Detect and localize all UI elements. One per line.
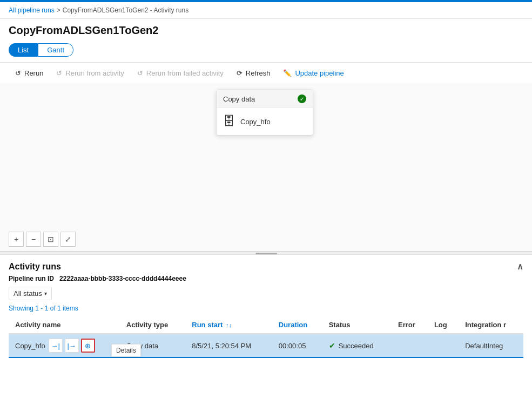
- pipeline-run-id: Pipeline run ID 2222aaaa-bbbb-3333-cccc-…: [9, 275, 523, 282]
- breadcrumb-current: CopyFromADLSGen1ToGen2 - Activity runs: [63, 6, 188, 14]
- rerun-from-activity-label: Rerun from activity: [65, 69, 124, 77]
- refresh-button[interactable]: ⟳ Refresh: [230, 66, 277, 80]
- update-pipeline-button[interactable]: ✏️ Update pipeline: [277, 66, 350, 80]
- sort-icon: ↑↓: [226, 322, 232, 328]
- showing-text: Showing 1 - 1 of 1 items: [9, 305, 523, 312]
- row-action-output-button[interactable]: |→: [65, 339, 79, 353]
- status-text: Succeeded: [339, 342, 374, 350]
- toolbar: ↺ Rerun ↺ Rerun from activity ↺ Rerun fr…: [0, 62, 532, 84]
- rerun-from-failed-label: Rerun from failed activity: [146, 69, 224, 77]
- details-tooltip: Details: [111, 344, 141, 357]
- activity-popup: Copy data ✓ 🗄 Copy_hfo: [216, 90, 313, 136]
- runs-section: Activity runs ∧ Pipeline run ID 2222aaaa…: [0, 255, 532, 364]
- cell-run-start: 8/5/21, 5:20:54 PM: [185, 334, 272, 357]
- popup-success-icon: ✓: [298, 94, 306, 103]
- runs-title: Activity runs ∧: [9, 261, 523, 272]
- breadcrumb: All pipeline runs > CopyFromADLSGen1ToGe…: [0, 2, 532, 19]
- gantt-view-button[interactable]: Gantt: [38, 43, 73, 57]
- col-log: Log: [428, 316, 459, 334]
- chevron-down-icon: ▾: [44, 291, 47, 296]
- cell-duration: 00:00:05: [272, 334, 322, 357]
- rerun-from-activity-icon: ↺: [56, 69, 62, 77]
- status-filter-button[interactable]: All status ▾: [9, 287, 52, 300]
- rerun-icon: ↺: [15, 69, 21, 77]
- divider-handle: [255, 253, 277, 254]
- col-status: Status: [322, 316, 392, 334]
- col-error: Error: [392, 316, 428, 334]
- collapse-icon[interactable]: ∧: [517, 261, 523, 272]
- view-toggle: List Gantt: [0, 40, 532, 60]
- row-action-input-button[interactable]: →|: [49, 339, 63, 353]
- popup-header: Copy data ✓: [217, 90, 313, 108]
- activity-runs-table: Activity name Activity type Run start ↑↓…: [9, 316, 523, 358]
- canvas-area: Copy data ✓ 🗄 Copy_hfo + − ⊡ ⤢: [0, 84, 532, 252]
- popup-header-text: Copy data: [223, 95, 255, 103]
- col-activity-type: Activity type: [120, 316, 185, 334]
- col-integration: Integration r: [459, 316, 523, 334]
- list-view-button[interactable]: List: [9, 43, 38, 57]
- status-success: ✔ Succeeded: [329, 341, 385, 350]
- rerun-from-failed-button[interactable]: ↺ Rerun from failed activity: [131, 66, 230, 80]
- fit-to-screen-button[interactable]: ⊡: [43, 232, 58, 247]
- page-title: CopyFromADLSGen1ToGen2: [0, 19, 532, 40]
- col-run-start[interactable]: Run start ↑↓: [185, 316, 272, 334]
- rerun-from-activity-button[interactable]: ↺ Rerun from activity: [50, 66, 130, 80]
- success-icon: ✔: [329, 341, 335, 350]
- refresh-icon: ⟳: [237, 69, 243, 77]
- activity-name-value: Copy_hfo: [15, 342, 45, 350]
- zoom-out-button[interactable]: −: [26, 232, 41, 247]
- rerun-label: Rerun: [24, 69, 43, 77]
- canvas-controls: + − ⊡ ⤢: [9, 232, 76, 247]
- zoom-in-button[interactable]: +: [9, 232, 24, 247]
- expand-button[interactable]: ⤢: [60, 232, 76, 247]
- status-filter: All status ▾: [9, 287, 523, 300]
- table-container: Activity name Activity type Run start ↑↓…: [9, 316, 523, 358]
- breadcrumb-separator: >: [57, 6, 60, 14]
- popup-body: 🗄 Copy_hfo: [217, 108, 313, 135]
- update-pipeline-icon: ✏️: [283, 69, 292, 77]
- cell-integration: DefaultInteg: [459, 334, 523, 357]
- row-actions: →| |→ ⊕: [49, 339, 95, 353]
- breadcrumb-link[interactable]: All pipeline runs: [9, 6, 55, 14]
- cell-log: [428, 334, 459, 357]
- activity-runs-label: Activity runs: [9, 262, 61, 272]
- rerun-button[interactable]: ↺ Rerun: [9, 66, 50, 80]
- status-filter-label: All status: [14, 289, 42, 298]
- table-row: Copy_hfo →| |→ ⊕ Details Copy data 8/5/2…: [9, 334, 523, 357]
- copy-data-icon: 🗄: [223, 114, 235, 129]
- row-action-details-button[interactable]: ⊕: [81, 339, 95, 353]
- rerun-from-failed-icon: ↺: [137, 69, 143, 77]
- col-activity-name: Activity name: [9, 316, 120, 334]
- cell-status: ✔ Succeeded: [322, 334, 392, 357]
- pipeline-run-id-label: Pipeline run ID: [9, 275, 54, 282]
- pipeline-run-id-value: 2222aaaa-bbbb-3333-cccc-dddd4444eeee: [59, 275, 186, 282]
- refresh-label: Refresh: [246, 69, 271, 77]
- cell-activity-name: Copy_hfo →| |→ ⊕ Details: [9, 334, 120, 357]
- update-pipeline-label: Update pipeline: [295, 69, 344, 77]
- cell-error: [392, 334, 428, 357]
- popup-activity-name: Copy_hfo: [240, 118, 271, 126]
- col-duration[interactable]: Duration: [272, 316, 322, 334]
